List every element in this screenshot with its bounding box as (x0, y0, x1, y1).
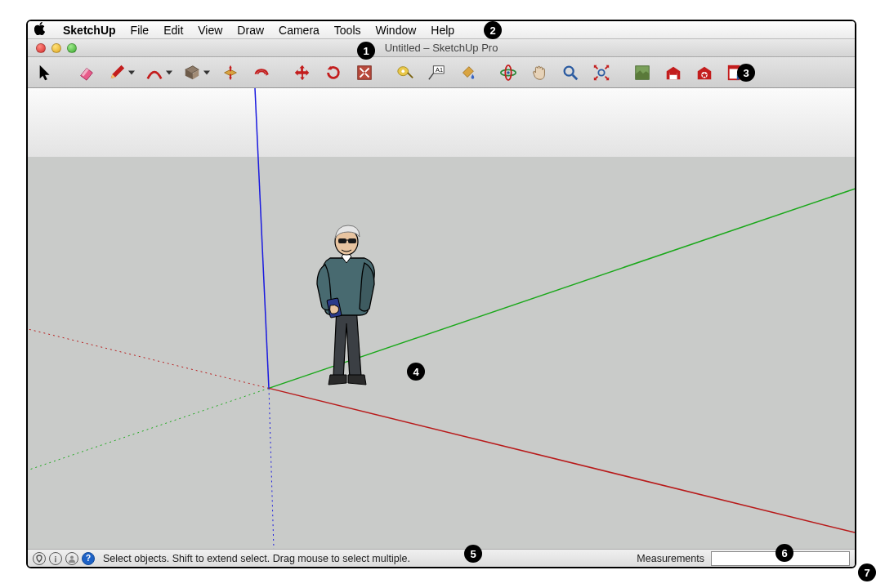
close-window-button[interactable] (36, 43, 46, 53)
credits-icon[interactable]: ¡ (49, 552, 62, 565)
svg-line-19 (28, 329, 269, 388)
menu-view[interactable]: View (190, 24, 230, 37)
menu-help[interactable]: Help (423, 24, 462, 37)
pencil-tool[interactable] (105, 60, 137, 85)
mac-menubar: SketchUp File Edit View Draw Camera Tool… (28, 21, 855, 39)
main-toolbar: A1 (28, 57, 855, 88)
measurements-label: Measurements (637, 553, 704, 564)
zoom-window-button[interactable] (67, 43, 77, 53)
push-pull-tool[interactable] (217, 60, 244, 85)
app-window: SketchUp File Edit View Draw Camera Tool… (26, 20, 856, 568)
create-component-tool[interactable] (351, 60, 378, 85)
tape-measure-tool[interactable] (392, 60, 418, 85)
svg-line-17 (28, 388, 269, 470)
window-titlebar[interactable]: Untitled – SketchUp Pro (28, 39, 855, 57)
callout-1: 1 (357, 42, 375, 60)
svg-point-8 (565, 66, 574, 75)
zoom-extents-tool[interactable] (588, 60, 615, 85)
menu-window[interactable]: Window (369, 24, 424, 37)
svg-line-18 (269, 388, 855, 532)
rectangle-tool[interactable] (180, 60, 212, 85)
menu-camera[interactable]: Camera (271, 24, 327, 37)
move-tool[interactable] (289, 60, 315, 85)
svg-line-21 (269, 388, 274, 549)
svg-point-9 (598, 69, 604, 75)
minimize-window-button[interactable] (51, 43, 61, 53)
svg-point-7 (507, 71, 510, 74)
scale-figure-person[interactable] (306, 217, 387, 391)
pencil-dropdown-icon[interactable] (128, 70, 135, 74)
paint-bucket-tool[interactable] (454, 60, 480, 85)
text-label-tool[interactable]: A1 (423, 60, 449, 85)
svg-rect-25 (348, 238, 356, 243)
pan-tool[interactable] (526, 60, 552, 85)
arc-dropdown-icon[interactable] (166, 70, 172, 74)
menu-edit[interactable]: Edit (156, 24, 190, 37)
orbit-tool[interactable] (495, 60, 521, 85)
svg-rect-24 (338, 238, 346, 243)
svg-point-2 (401, 69, 404, 73)
menu-file[interactable]: File (123, 24, 157, 37)
drawing-area[interactable] (28, 88, 855, 549)
traffic-lights (28, 43, 77, 53)
callout-6: 6 (775, 544, 793, 562)
axes (28, 88, 855, 549)
menu-draw[interactable]: Draw (230, 24, 271, 37)
window-title: Untitled – SketchUp Pro (28, 42, 855, 54)
status-bar: ¡ ? Select objects. Shift to extend sele… (28, 549, 855, 567)
rectangle-dropdown-icon[interactable] (203, 70, 210, 74)
offset-tool[interactable] (248, 60, 275, 85)
svg-line-20 (255, 88, 269, 388)
eraser-tool[interactable] (74, 60, 100, 85)
svg-rect-0 (358, 65, 372, 79)
callout-7: 7 (858, 564, 876, 581)
extension-warehouse-tool[interactable] (691, 60, 717, 85)
geolocation-icon[interactable] (33, 552, 46, 565)
menu-app[interactable]: SketchUp (56, 24, 123, 37)
callout-4: 4 (407, 363, 425, 381)
status-hint: Select objects. Shift to extend select. … (103, 553, 410, 564)
svg-point-27 (70, 555, 74, 559)
rotate-tool[interactable] (320, 60, 346, 85)
3d-warehouse-tool[interactable] (660, 60, 686, 85)
menu-tools[interactable]: Tools (327, 24, 369, 37)
callout-2: 2 (484, 21, 502, 39)
svg-rect-12 (669, 73, 677, 75)
svg-text:A1: A1 (436, 66, 443, 74)
select-tool[interactable] (33, 60, 59, 85)
user-icon[interactable] (65, 552, 78, 565)
arc-tool[interactable] (142, 60, 175, 85)
zoom-tool[interactable] (557, 60, 583, 85)
callout-5: 5 (464, 545, 482, 563)
apple-icon[interactable] (34, 22, 46, 38)
help-icon[interactable]: ? (82, 552, 95, 565)
add-location-tool[interactable] (629, 60, 655, 85)
callout-3: 3 (737, 64, 755, 82)
